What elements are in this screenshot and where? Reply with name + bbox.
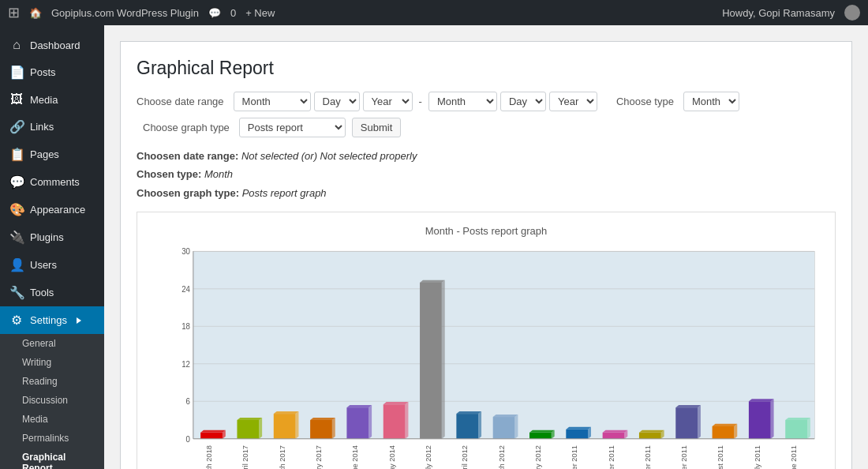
sidebar: ⌂ Dashboard 📄 Posts 🖼 Media 🔗 Links 📋 Pa… (0, 25, 104, 469)
sidebar-item-posts[interactable]: 📄 Posts (0, 58, 104, 86)
sidebar-item-dashboard[interactable]: ⌂ Dashboard (0, 32, 104, 58)
submenu-item-permalinks[interactable]: Permalinks (0, 429, 104, 448)
svg-marker-50 (529, 430, 555, 433)
svg-marker-74 (749, 399, 774, 401)
svg-text:February 2012: February 2012 (534, 445, 542, 469)
admin-top-bar: ⊞ 🏠 Gopiplus.com WordPress Plugin 💬 0 + … (0, 0, 868, 25)
sidebar-label-settings: Settings (30, 314, 67, 326)
sidebar-label-dashboard: Dashboard (30, 39, 80, 51)
sidebar-label-comments: Comments (30, 176, 80, 188)
svg-marker-45 (514, 415, 518, 439)
svg-rect-51 (529, 433, 552, 439)
sidebar-item-media[interactable]: 🖼 Media (0, 86, 104, 113)
svg-text:March 2018: March 2018 (205, 445, 213, 469)
svg-text:May 2014: May 2014 (388, 445, 396, 469)
svg-marker-37 (442, 280, 445, 439)
sidebar-item-tools[interactable]: 🔧 Tools (0, 279, 104, 306)
end-day-select[interactable]: Day (500, 92, 546, 111)
chart-wrap: Total 0612182430March 2018April 2017Marc… (150, 243, 822, 469)
graph-type-info-label: Choosen graph type: (137, 187, 239, 199)
submenu-item-reading[interactable]: Reading (0, 372, 104, 391)
sidebar-item-appearance[interactable]: 🎨 Appearance (0, 196, 104, 223)
submit-button[interactable]: Submit (352, 118, 401, 137)
svg-rect-39 (420, 283, 442, 439)
start-day-select[interactable]: Day (314, 92, 360, 111)
posts-icon: 📄 (9, 65, 24, 80)
sidebar-label-media: Media (30, 94, 58, 106)
date-dash: - (419, 96, 422, 107)
svg-marker-42 (456, 411, 481, 414)
type-info-label: Chosen type: (137, 168, 201, 180)
svg-marker-66 (675, 405, 701, 407)
svg-marker-73 (771, 399, 774, 439)
sidebar-item-pages[interactable]: 📋 Pages (0, 141, 104, 168)
svg-text:24: 24 (181, 285, 190, 294)
type-select[interactable]: Month Day Year (683, 92, 739, 111)
sidebar-label-appearance: Appearance (30, 204, 85, 216)
svg-text:30: 30 (181, 247, 190, 256)
svg-rect-0 (193, 251, 814, 438)
svg-marker-41 (478, 411, 481, 439)
graph-type-select[interactable]: Posts report Comments report (239, 118, 346, 137)
tools-icon: 🔧 (9, 285, 24, 300)
date-range-label: Choose date range (137, 96, 224, 107)
svg-text:0: 0 (186, 435, 191, 444)
howdy-text: Howdy, Gopi Ramasamy (722, 7, 835, 19)
site-home-icon: 🏠 (29, 7, 42, 19)
svg-rect-63 (639, 433, 661, 439)
appearance-icon: 🎨 (9, 202, 24, 217)
svg-text:March 2012: March 2012 (498, 445, 506, 469)
svg-marker-78 (785, 418, 810, 420)
svg-rect-19 (237, 420, 259, 439)
svg-marker-34 (383, 402, 409, 404)
sidebar-item-settings[interactable]: ⚙ Settings (0, 306, 104, 334)
end-month-select[interactable]: Month JanuaryFebruaryMarch AprilMayJune (428, 92, 497, 111)
svg-rect-35 (383, 404, 406, 439)
date-range-info-value: Not selected (or) Not selected properly (241, 150, 417, 162)
sidebar-item-plugins[interactable]: 🔌 Plugins (0, 223, 104, 251)
sidebar-label-plugins: Plugins (30, 231, 64, 243)
svg-text:November 2011: November 2011 (608, 445, 615, 469)
svg-marker-18 (237, 418, 262, 420)
submenu-item-discussion[interactable]: Discussion (0, 391, 104, 410)
submenu-item-writing[interactable]: Writing (0, 353, 104, 372)
chart-inner: 0612182430March 2018April 2017March 2017… (163, 243, 822, 469)
submenu-item-graphical-report[interactable]: Graphical Report (0, 448, 104, 469)
comments-icon: 💬 (208, 7, 221, 19)
sidebar-label-users: Users (30, 259, 57, 271)
settings-icon: ⚙ (9, 313, 24, 328)
submenu-item-media[interactable]: Media (0, 410, 104, 429)
start-month-select[interactable]: Month JanuaryFebruaryMarch AprilMayJune … (234, 92, 311, 111)
sidebar-item-users[interactable]: 👤 Users (0, 251, 104, 279)
comments-menu-icon: 💬 (9, 174, 24, 189)
svg-text:February 2017: February 2017 (315, 445, 323, 469)
sidebar-item-comments[interactable]: 💬 Comments (0, 168, 104, 196)
svg-rect-23 (274, 414, 296, 439)
svg-marker-22 (274, 411, 299, 414)
svg-marker-46 (493, 415, 518, 417)
svg-rect-67 (675, 407, 698, 439)
sidebar-label-links: Links (30, 121, 54, 133)
svg-marker-38 (420, 280, 445, 283)
svg-marker-25 (332, 418, 335, 439)
media-icon: 🖼 (9, 92, 24, 107)
svg-marker-30 (346, 405, 372, 407)
svg-rect-47 (493, 417, 515, 439)
sidebar-label-tools: Tools (30, 287, 54, 298)
sidebar-item-links[interactable]: 🔗 Links (0, 113, 104, 141)
start-month-section: Month JanuaryFebruaryMarch AprilMayJune … (234, 92, 413, 111)
chart-title: Month - Posts report graph (425, 225, 548, 237)
type-info-value: Month (204, 168, 233, 180)
page-title: Graphical Report (137, 58, 836, 79)
new-link[interactable]: + New (245, 7, 275, 19)
submenu-item-general[interactable]: General (0, 334, 104, 353)
dashboard-icon: ⌂ (9, 38, 24, 52)
site-name: Gopiplus.com WordPress Plugin (51, 7, 199, 19)
svg-text:October 2011: October 2011 (644, 445, 652, 469)
svg-rect-71 (713, 426, 735, 439)
end-year-select[interactable]: Year (549, 92, 597, 111)
svg-marker-21 (296, 411, 299, 439)
svg-text:March 2017: March 2017 (279, 445, 286, 469)
start-year-select[interactable]: Year 201020112012 201320142015 201620172… (363, 92, 413, 111)
svg-text:April 2017: April 2017 (242, 445, 250, 469)
